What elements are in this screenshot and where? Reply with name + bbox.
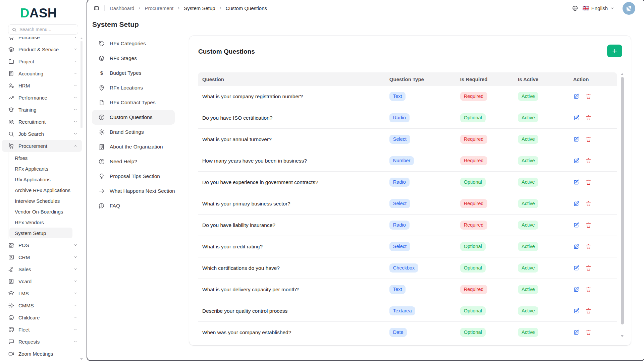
sidebar-item-project[interactable]: Project <box>2 55 82 67</box>
is-required-badge: Required <box>460 285 487 294</box>
sidebar-item-recruitment[interactable]: Recruitment <box>2 116 82 128</box>
delete-button[interactable] <box>585 329 592 336</box>
sidebar-item-label: POS <box>18 242 29 248</box>
delete-button[interactable] <box>585 265 592 271</box>
hand-coin-icon <box>8 266 14 273</box>
edit-button[interactable] <box>573 286 580 293</box>
globe-icon[interactable] <box>572 5 578 11</box>
delete-button[interactable] <box>585 308 592 314</box>
delete-button[interactable] <box>585 158 592 164</box>
delete-button[interactable] <box>585 93 592 100</box>
sidebar-item-training[interactable]: Training <box>2 104 82 116</box>
edit-button[interactable] <box>573 329 580 336</box>
user-avatar[interactable] <box>623 2 635 15</box>
sidebar-item-product-service[interactable]: Product & Service <box>2 43 82 55</box>
calculator-icon <box>8 70 14 77</box>
chevron-down-icon <box>610 6 614 10</box>
setup-nav-item-custom-questions[interactable]: Custom Questions <box>92 110 175 125</box>
language-selector[interactable]: English <box>583 5 614 11</box>
table-scrollbar[interactable] <box>621 72 624 338</box>
sidebar-item-lms[interactable]: LMS <box>2 287 82 299</box>
edit-button[interactable] <box>573 136 580 142</box>
scrollbar-thumb[interactable] <box>621 77 624 324</box>
edit-button[interactable] <box>573 265 580 271</box>
edit-button[interactable] <box>573 308 580 314</box>
sidebar-search[interactable] <box>8 24 78 35</box>
sidebar-item-vcard[interactable]: Vcard <box>2 275 82 287</box>
delete-button[interactable] <box>585 115 592 121</box>
edit-button[interactable] <box>573 179 580 185</box>
setup-nav-item-budget-types[interactable]: $ Budget Types <box>92 66 175 80</box>
sidebar-subitem-archive-rfx-applications[interactable]: Archive RFx Applications <box>9 185 72 195</box>
sidebar-item-cmms[interactable]: CMMS <box>2 299 82 311</box>
sidebar-subitem-rfx-applications[interactable]: Rfx Applications <box>9 174 72 185</box>
sidebar-item-sales[interactable]: Sales <box>2 263 82 275</box>
delete-button[interactable] <box>585 286 592 293</box>
topbar-divider <box>104 5 105 11</box>
question-text: What is your annual turnover? <box>202 136 272 142</box>
setup-nav-item-what-happens-next-section[interactable]: What Happens Next Section <box>92 184 175 198</box>
delete-button[interactable] <box>585 243 592 250</box>
sidebar-subitem-rfx-vendors[interactable]: RFx Vendors <box>9 217 72 228</box>
sidebar-item-hrm[interactable]: HRM <box>2 79 82 92</box>
sidebar-subitem-rfx-applicants[interactable]: RFx Applicants <box>9 163 72 174</box>
sidebar-toggle-icon[interactable] <box>94 5 99 11</box>
add-question-button[interactable] <box>607 45 622 57</box>
scroll-down-icon[interactable] <box>621 335 624 337</box>
setup-nav-item-need-help[interactable]: Need Help? <box>92 154 175 169</box>
setup-nav-item-rfx-locations[interactable]: RFx Locations <box>92 80 175 95</box>
sidebar-item-fleet[interactable]: Fleet <box>2 323 82 336</box>
breadcrumb-procurement[interactable]: Procurement <box>145 5 173 11</box>
edit-icon <box>573 200 580 207</box>
sidebar-item-pos[interactable]: POS <box>2 239 82 251</box>
row-actions <box>569 286 617 293</box>
sidebar-item-label: Procurement <box>18 143 47 149</box>
edit-button[interactable] <box>573 243 580 250</box>
sidebar-item-label: Product & Service <box>18 47 59 52</box>
setup-nav-item-about-the-organization[interactable]: About the Organization <box>92 139 175 154</box>
delete-button[interactable] <box>585 136 592 142</box>
sidebar-item-performance[interactable]: Performance <box>2 92 82 104</box>
chevron-down-icon <box>73 255 78 259</box>
delete-button[interactable] <box>585 200 592 207</box>
sidebar-item-zoom-meetings[interactable]: Zoom Meetings <box>2 348 82 360</box>
sidebar-item-label: Sales <box>18 266 31 272</box>
setup-nav-item-rfx-contract-types[interactable]: RFx Contract Types <box>92 95 175 110</box>
scroll-up-icon[interactable] <box>621 73 624 75</box>
sidebar-subitem-system-setup[interactable]: System Setup <box>9 228 72 238</box>
sidebar-item-job-search[interactable]: Job Search <box>2 128 82 140</box>
setup-nav-item-rfx-categories[interactable]: RFx Categories <box>92 36 175 51</box>
sidebar-item-childcare[interactable]: Childcare <box>2 311 82 323</box>
setup-nav-item-rfx-stages[interactable]: RFx Stages <box>92 51 175 66</box>
edit-button[interactable] <box>573 115 580 121</box>
sidebar-item-accounting[interactable]: Accounting <box>2 67 82 79</box>
edit-button[interactable] <box>573 222 580 228</box>
sidebar-scrollbar[interactable] <box>80 38 83 360</box>
sidebar-item-requests[interactable]: Requests <box>2 336 82 348</box>
sidebar-item-procurement[interactable]: Procurement <box>2 140 82 152</box>
setup-nav-item-brand-settings[interactable]: Brand Settings <box>92 125 175 139</box>
setup-nav-item-faq[interactable]: FAQ <box>92 198 175 213</box>
scroll-down-icon[interactable] <box>80 358 83 360</box>
edit-button[interactable] <box>573 93 580 100</box>
sidebar-subitem-vendor-on-boardings[interactable]: Vendor On-Boardings <box>9 206 72 217</box>
is-required-badge: Optional <box>460 263 486 273</box>
delete-button[interactable] <box>585 222 592 228</box>
setup-nav-item-proposal-tips-section[interactable]: Proposal Tips Section <box>92 169 175 184</box>
delete-button[interactable] <box>585 179 592 185</box>
scroll-up-icon[interactable] <box>80 38 83 39</box>
breadcrumb-system-setup[interactable]: System Setup <box>184 5 215 11</box>
scrollbar-thumb[interactable] <box>80 41 83 128</box>
trash-icon <box>585 265 592 271</box>
edit-icon <box>573 179 580 185</box>
column-header-question-type: Question Type <box>385 76 456 82</box>
sidebar-item-purchase[interactable]: Purchase <box>2 37 82 43</box>
sidebar-subitem-rfxes[interactable]: Rfxes <box>9 153 72 163</box>
search-input[interactable] <box>19 27 74 32</box>
sidebar-item-crm[interactable]: CRM <box>2 251 82 263</box>
edit-button[interactable] <box>573 158 580 164</box>
edit-button[interactable] <box>573 200 580 207</box>
breadcrumb-dashboard[interactable]: Dashboard <box>110 5 134 11</box>
layers-icon <box>8 46 14 53</box>
sidebar-subitem-interview-schedules[interactable]: Interview Schedules <box>9 195 72 206</box>
